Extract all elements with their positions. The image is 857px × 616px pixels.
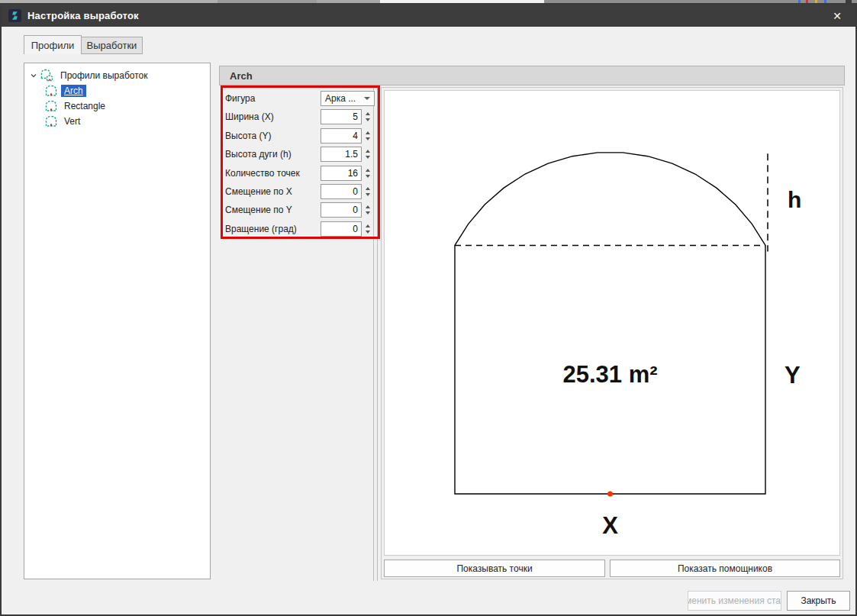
field-label: Высота дуги (h) [225, 149, 321, 160]
apply-changes-label: именить изменения ста [688, 595, 781, 606]
spin-down-icon[interactable] [366, 118, 370, 121]
tab-profiles[interactable]: Профили [24, 35, 82, 54]
spin-up-icon[interactable] [366, 150, 370, 153]
profile-outline [455, 153, 765, 494]
field-row: Фигура Арка ... [225, 91, 375, 106]
arch-height-label: h [788, 187, 801, 212]
field-label: Смещение по Y [225, 205, 321, 215]
field-label: Количество точек [225, 168, 321, 179]
spin-up-icon[interactable] [366, 224, 370, 227]
panel-header-title: Arch [230, 70, 253, 82]
spin-up-icon[interactable] [366, 112, 370, 115]
field-label: Вращение (град) [225, 224, 321, 234]
titlebar: Настройка выработок ✕ [2, 5, 855, 27]
apply-changes-button[interactable]: именить изменения ста [688, 591, 781, 611]
field-row: Ширина (X) 5 [225, 109, 375, 124]
spin-down-icon[interactable] [366, 211, 370, 214]
field-label: Высота (Y) [225, 131, 321, 141]
field-label: Ширина (X) [225, 111, 321, 122]
field-row: Смещение по X 0 [225, 184, 375, 199]
dialog-frame: Настройка выработок ✕ Профили Выработки … [0, 3, 857, 616]
height-axis-label: Y [785, 362, 801, 389]
spin-down-icon[interactable] [366, 137, 370, 140]
spin-input[interactable]: 0 [321, 202, 362, 218]
field-label: Смещение по X [225, 186, 321, 197]
spin-down-icon[interactable] [366, 156, 370, 159]
origin-point-marker [607, 492, 613, 497]
spin-up-icon[interactable] [366, 131, 370, 134]
tree-root-label: Профили выработок [57, 69, 151, 82]
show-helpers-button[interactable]: Показать помощников [610, 560, 840, 577]
spin-up-icon[interactable] [366, 169, 370, 172]
spin-up-icon[interactable] [366, 187, 370, 190]
close-icon[interactable]: ✕ [830, 8, 845, 24]
spin-input[interactable]: 4 [321, 128, 362, 144]
tree-item-label: Arch [61, 85, 86, 97]
close-button[interactable]: Закрыть [787, 591, 850, 611]
spin-input[interactable]: 5 [321, 109, 362, 124]
tree-item-arch[interactable]: Arch [44, 83, 86, 98]
spin-up-icon[interactable] [366, 205, 370, 208]
dialog-window: Настройка выработок ✕ Профили Выработки … [0, 0, 857, 616]
area-label: 25.31 m² [562, 361, 657, 388]
spin-down-icon[interactable] [366, 193, 370, 196]
arch-profile-icon [44, 115, 58, 127]
app-logo-icon [8, 9, 21, 22]
show-points-button[interactable]: Показывать точки [384, 560, 605, 577]
spin-input[interactable]: 1.5 [321, 147, 362, 162]
spin-down-icon[interactable] [366, 175, 370, 178]
window-title: Настройка выработок [27, 10, 139, 21]
splitter-line[interactable] [377, 85, 378, 581]
tree-root-item[interactable]: Профили выработок [24, 68, 151, 82]
tree-item-label: Vert [61, 115, 83, 127]
width-axis-label: X [602, 512, 618, 539]
profiles-tree: Профили выработок Arch Rectangle Vert [24, 63, 211, 579]
spin-input[interactable]: 16 [321, 166, 362, 181]
tree-item-rectangle[interactable]: Rectangle [44, 98, 108, 113]
tree-item-label: Rectangle [61, 100, 108, 112]
preview-group: 25.31 m²hYX Показывать точки Показать по… [381, 87, 843, 579]
field-row: Вращение (град) 0 [225, 221, 375, 237]
figure-select-value: Арка ... [325, 93, 364, 104]
arch-profile-icon [44, 85, 58, 97]
arch-profile-icon [44, 100, 58, 112]
figure-select[interactable]: Арка ... [321, 91, 375, 106]
chevron-down-icon[interactable] [29, 71, 38, 80]
spin-input[interactable]: 0 [321, 221, 362, 237]
field-label: Фигура [225, 93, 321, 104]
field-row: Высота дуги (h) 1.5 [225, 147, 375, 162]
spin-input[interactable]: 0 [321, 184, 362, 199]
spin-down-icon[interactable] [366, 231, 370, 234]
tree-item-vert[interactable]: Vert [44, 114, 83, 128]
dropdown-arrow-icon [364, 97, 370, 100]
field-row: Смещение по Y 0 [225, 202, 375, 218]
preview-canvas: 25.31 m²hYX [384, 90, 840, 556]
tab-vyrabotki[interactable]: Выработки [81, 37, 143, 54]
profiles-folder-icon [40, 69, 54, 82]
field-row: Количество точек 16 [225, 166, 375, 181]
field-row: Высота (Y) 4 [225, 128, 375, 144]
panel-header: Arch [219, 66, 845, 85]
